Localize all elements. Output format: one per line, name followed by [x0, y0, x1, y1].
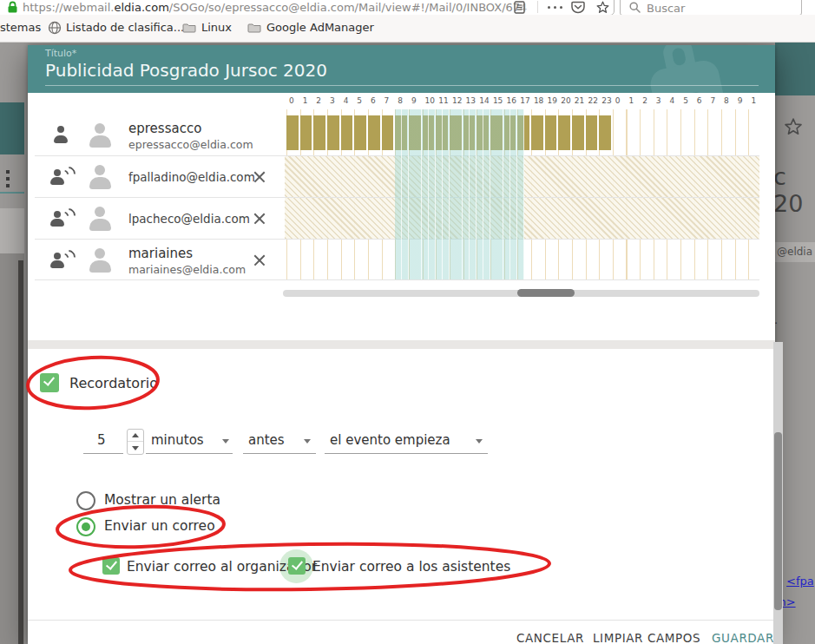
hour-label: 11	[438, 96, 448, 105]
reference-select[interactable]: el evento empieza	[325, 429, 488, 454]
hour-label: 20	[561, 96, 570, 105]
hour-label: 3	[656, 96, 661, 105]
hour-label: 0	[289, 96, 294, 105]
hour-label: 1	[629, 96, 634, 105]
reference-value: el evento empieza	[330, 432, 450, 448]
url-text[interactable]: https://webmail.eldia.com/SOGo/so/epress…	[23, 1, 527, 14]
hour-label: 9	[738, 96, 743, 105]
backdrop-panel	[0, 208, 24, 253]
hour-label: 23	[601, 96, 611, 105]
section-divider	[28, 340, 775, 349]
chevron-down-icon	[222, 439, 229, 444]
remove-attendee-button[interactable]	[252, 253, 267, 268]
folder-icon	[247, 23, 261, 33]
bookmarks-bar: stemas Listado de clasifica... Linux Goo…	[0, 15, 815, 43]
pocket-icon[interactable]	[571, 1, 585, 14]
star-outline-icon	[783, 116, 804, 137]
hour-label: 1	[303, 96, 308, 105]
radio-show-alert[interactable]	[76, 491, 95, 510]
url-path: /SOGo/so/epressacco@eldia.com/Mail/view#…	[169, 1, 520, 14]
clear-fields-button[interactable]: LIMPIAR CAMPOS	[593, 631, 700, 644]
radio-send-email[interactable]	[76, 517, 95, 536]
unit-select[interactable]: minutos	[146, 429, 233, 454]
chevron-down-icon	[304, 439, 311, 444]
bookmark-item[interactable]: Linux	[201, 21, 232, 34]
hour-label: 1	[751, 96, 756, 105]
attendee-email: lpacheco@eldia.com	[128, 212, 250, 226]
hour-label: 19	[548, 96, 557, 105]
backdrop-sidebar-header	[0, 102, 24, 154]
chevron-down-icon	[476, 439, 483, 444]
hour-label: 16	[507, 96, 516, 105]
save-button[interactable]: GUARDAR	[712, 631, 774, 644]
page-actions-icon[interactable]	[548, 6, 565, 10]
url-domain: eldia.com	[114, 1, 168, 14]
quantity-input[interactable]: 5	[83, 429, 123, 454]
footer-divider	[28, 620, 773, 621]
organizer-icon	[50, 126, 73, 145]
avatar	[87, 246, 114, 273]
folder-icon	[182, 23, 196, 33]
hour-label: 4	[344, 96, 349, 105]
email-attendees-checkbox[interactable]	[288, 557, 306, 575]
cancel-button[interactable]: CANCELAR	[516, 631, 584, 644]
bookmark-item[interactable]: stemas	[0, 21, 41, 34]
participant-voice-icon	[50, 168, 73, 187]
hour-label: 6	[697, 96, 702, 105]
hour-label: 5	[683, 96, 688, 105]
avatar	[87, 205, 114, 232]
participant-voice-icon	[50, 209, 73, 228]
search-icon	[629, 2, 641, 13]
avatar	[87, 163, 114, 190]
stepper-up-icon[interactable]	[132, 433, 139, 437]
stepper-down-icon[interactable]	[132, 446, 139, 450]
bookmark-star-icon[interactable]	[595, 0, 610, 15]
remove-attendee-button[interactable]	[252, 211, 267, 227]
backdrop-email-fragment: @eldia	[777, 246, 812, 258]
radio-show-alert-label: Mostrar un alerta	[104, 492, 220, 508]
dialog-vscrollbar-thumb[interactable]	[774, 432, 782, 610]
search-input[interactable]: Buscar	[620, 0, 802, 16]
hour-label: 4	[669, 96, 674, 105]
relation-select[interactable]: antes	[243, 429, 316, 454]
email-attendees-label: Enviar correo a los asistentes	[312, 559, 510, 575]
hour-label: 8	[398, 96, 403, 105]
hour-label: 22	[588, 96, 598, 105]
time-header: 0123456789101112131415161718192021222301…	[286, 96, 759, 108]
backdrop-accent-line	[0, 192, 24, 194]
avatar	[87, 122, 114, 148]
attendee-email: fpalladino@eldia.com	[128, 170, 255, 184]
toolbar-separator	[537, 1, 538, 13]
hour-label: 9	[411, 96, 417, 105]
more-vertical-icon	[6, 170, 11, 189]
row-separator	[35, 279, 759, 280]
reader-mode-icon[interactable]	[514, 1, 525, 14]
hour-label: 0	[615, 96, 621, 105]
bookmark-item[interactable]: Google AdManager	[266, 21, 374, 34]
attendee-email: epressacco@eldia.com	[128, 138, 253, 151]
title-input[interactable]: Publicidad Posgrado Jursoc 2020	[45, 60, 327, 81]
grid-hscrollbar-thumb[interactable]	[517, 289, 575, 297]
unit-value: minutos	[151, 432, 204, 448]
search-placeholder: Buscar	[647, 2, 685, 15]
hour-label: 7	[710, 96, 715, 105]
quantity-stepper[interactable]	[127, 429, 144, 455]
radio-send-email-label: Enviar un correo	[104, 518, 215, 534]
attendee-name: epressacco	[128, 121, 201, 136]
email-organizer-checkbox[interactable]	[102, 557, 120, 575]
reminder-checkbox[interactable]	[40, 373, 59, 392]
hour-label: 18	[534, 96, 543, 105]
remove-attendee-button[interactable]	[252, 169, 267, 185]
hour-label: 2	[642, 96, 647, 105]
link-fragment: <fpa	[786, 575, 814, 588]
browser-urlbar: https://webmail.eldia.com/SOGo/so/epress…	[0, 0, 815, 15]
bookmark-item[interactable]: Listado de clasifica...	[66, 21, 184, 34]
hour-label: 17	[520, 96, 529, 105]
hour-label: 2	[316, 96, 321, 105]
hour-label: 3	[330, 96, 335, 105]
hour-label: 5	[357, 96, 362, 105]
relation-value: antes	[248, 432, 285, 448]
title-field-label: Título*	[45, 48, 76, 59]
attendee-name: mariaines	[128, 246, 193, 261]
dialog-header: Título* Publicidad Posgrado Jursoc 2020	[28, 45, 775, 93]
